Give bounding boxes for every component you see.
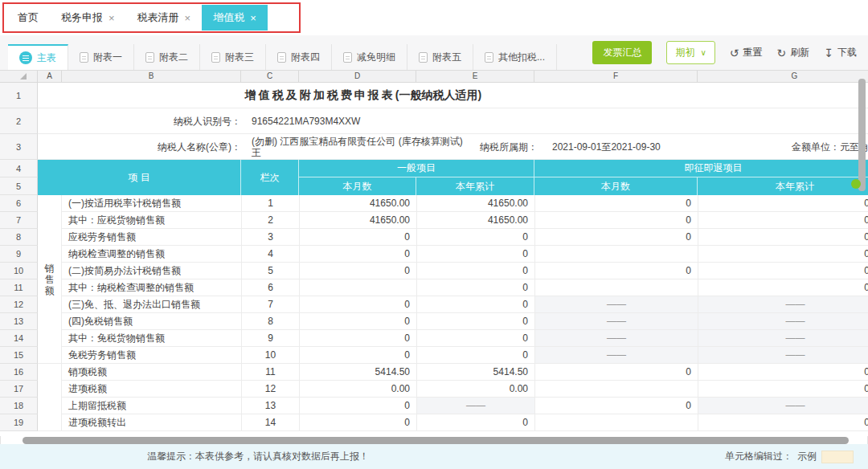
cell-8-F[interactable]: 0 — [534, 229, 698, 245]
sheet-tab-7[interactable]: 附表五 — [407, 44, 473, 70]
cell-6-F[interactable]: 0 — [534, 195, 698, 211]
row-number-1[interactable]: 1 — [0, 83, 38, 108]
cell-17-D[interactable]: 0.00 — [299, 381, 416, 397]
row-number-5[interactable]: 5 — [0, 177, 38, 195]
cell-11-G[interactable]: 0 — [698, 279, 868, 296]
cell-10-F[interactable]: 0 — [534, 263, 698, 279]
row-number-2[interactable]: 2 — [0, 108, 38, 134]
cell-8-E[interactable]: 0 — [416, 229, 534, 245]
cell-18-B[interactable]: 上期留抵税额 — [62, 398, 241, 414]
sheet-tab-4[interactable]: 附表三 — [200, 44, 266, 70]
row-number-17[interactable]: 17 — [0, 381, 38, 398]
cell-9-C[interactable]: 4 — [241, 246, 299, 262]
row-number-6[interactable]: 6 — [0, 195, 38, 212]
sheet-tab-5[interactable]: 附表四 — [266, 44, 332, 70]
cell-18-F[interactable]: 0 — [534, 398, 698, 414]
column-letter-B[interactable]: B — [62, 71, 241, 83]
cell-14-E[interactable]: 0 — [416, 330, 534, 346]
cell-13-E[interactable]: 0 — [416, 313, 534, 329]
cell-16-G[interactable]: 0 — [698, 364, 868, 380]
row-number-8[interactable]: 8 — [0, 229, 38, 246]
cell-19-D[interactable]: 0 — [299, 414, 416, 430]
column-letter-A[interactable]: A — [38, 71, 62, 83]
cell-7-B[interactable]: 其中：应税货物销售额 — [62, 212, 241, 228]
cell-9-E[interactable]: 0 — [416, 246, 534, 262]
cell-7-G[interactable]: 0 — [698, 212, 868, 228]
taxpayer-id-value[interactable]: 91654221MA793M4XXW — [252, 108, 360, 134]
cell-18-G[interactable]: —— — [698, 398, 868, 414]
cell-10-G[interactable]: 0 — [698, 263, 868, 279]
row-number-18[interactable]: 18 — [0, 398, 38, 414]
cell-15-D[interactable]: 0 — [299, 347, 416, 363]
sheet-tab-2[interactable]: 附表一 — [68, 44, 134, 70]
cell-17-F[interactable] — [534, 381, 698, 397]
cell-7-F[interactable]: 0 — [534, 212, 698, 228]
close-icon[interactable]: × — [250, 13, 256, 23]
cell-7-C[interactable]: 2 — [241, 212, 299, 228]
horizontal-scrollbar-thumb[interactable] — [23, 437, 849, 444]
cell-18-E[interactable]: —— — [416, 398, 534, 414]
cell-13-C[interactable]: 8 — [241, 313, 299, 329]
cell-12-C[interactable]: 7 — [241, 296, 299, 312]
reset-button[interactable]: ↺ 重置 — [730, 46, 763, 59]
row-number-12[interactable]: 12 — [0, 296, 38, 313]
cell-14-G[interactable]: —— — [698, 330, 868, 346]
cell-11-D[interactable] — [299, 279, 416, 296]
cell-16-F[interactable]: 0 — [534, 364, 698, 380]
column-letter-C[interactable]: C — [241, 71, 299, 83]
cell-7-D[interactable]: 41650.00 — [299, 212, 416, 228]
cell-15-F[interactable]: —— — [534, 347, 698, 363]
cell-13-G[interactable]: —— — [698, 313, 868, 329]
cell-13-B[interactable]: (四)免税销售额 — [62, 313, 241, 329]
cell-9-D[interactable]: 0 — [299, 246, 416, 262]
row-number-19[interactable]: 19 — [0, 414, 38, 431]
cell-19-B[interactable]: 进项税额转出 — [62, 414, 241, 430]
cell-12-F[interactable]: —— — [534, 296, 698, 312]
cell-6-G[interactable]: 0 — [698, 195, 868, 211]
cell-17-B[interactable]: 进项税额 — [62, 381, 241, 397]
window-tab-2[interactable]: 税务申报× — [50, 5, 126, 31]
cell-16-B[interactable]: 销项税额 — [62, 364, 241, 380]
cell-18-D[interactable]: 0 — [299, 398, 416, 414]
tax-period-value[interactable]: 2021-09-01至2021-09-30 — [552, 134, 661, 160]
cell-10-D[interactable]: 0 — [299, 263, 416, 279]
row-number-4[interactable]: 4 — [0, 160, 38, 177]
column-letter-E[interactable]: E — [416, 71, 534, 83]
sheet-tab-3[interactable]: 附表二 — [134, 44, 200, 70]
cell-8-D[interactable]: 0 — [299, 229, 416, 245]
cell-17-C[interactable]: 12 — [241, 381, 299, 397]
cell-8-G[interactable]: 0 — [698, 229, 868, 245]
window-tab-1[interactable]: 首页 — [6, 5, 50, 31]
cell-8-B[interactable]: 应税劳务销售额 — [62, 229, 241, 245]
cell-9-B[interactable]: 纳税检查调整的销售额 — [62, 246, 241, 262]
cell-10-C[interactable]: 5 — [241, 263, 299, 279]
cell-17-G[interactable]: 0 — [698, 381, 868, 397]
cell-15-E[interactable]: 0 — [416, 347, 534, 363]
cell-17-E[interactable]: 0.00 — [416, 381, 534, 397]
cell-9-F[interactable] — [534, 246, 698, 262]
cell-11-F[interactable] — [534, 279, 698, 296]
row-number-16[interactable]: 16 — [0, 364, 38, 381]
sheet-tab-1[interactable]: 主表 — [8, 44, 68, 70]
cell-6-E[interactable]: 41650.00 — [416, 195, 534, 211]
cell-14-C[interactable]: 9 — [241, 330, 299, 346]
cell-13-D[interactable]: 0 — [299, 313, 416, 329]
window-tab-3[interactable]: 税表清册× — [126, 5, 203, 31]
cell-15-G[interactable]: —— — [698, 347, 868, 363]
cell-19-C[interactable]: 14 — [241, 414, 299, 430]
cell-7-E[interactable]: 41650.00 — [416, 212, 534, 228]
cell-10-B[interactable]: (二)按简易办法计税销售额 — [62, 263, 241, 279]
cell-12-D[interactable]: 0 — [299, 296, 416, 312]
close-icon[interactable]: × — [108, 13, 115, 23]
column-letter-F[interactable]: F — [534, 71, 698, 83]
cell-12-B[interactable]: (三)免、抵、退办法出口销售额 — [62, 296, 241, 312]
row-number-10[interactable]: 10 — [0, 263, 38, 279]
column-letter-D[interactable]: D — [299, 71, 416, 83]
window-tab-4[interactable]: 增值税× — [202, 5, 268, 31]
cell-19-G[interactable]: 0 — [698, 414, 868, 430]
sheet-tab-6[interactable]: 减免明细 — [332, 44, 407, 70]
cell-18-C[interactable]: 13 — [241, 398, 299, 414]
cell-12-E[interactable]: 0 — [416, 296, 534, 312]
cell-16-C[interactable]: 11 — [241, 364, 299, 380]
cell-15-C[interactable]: 10 — [241, 347, 299, 363]
